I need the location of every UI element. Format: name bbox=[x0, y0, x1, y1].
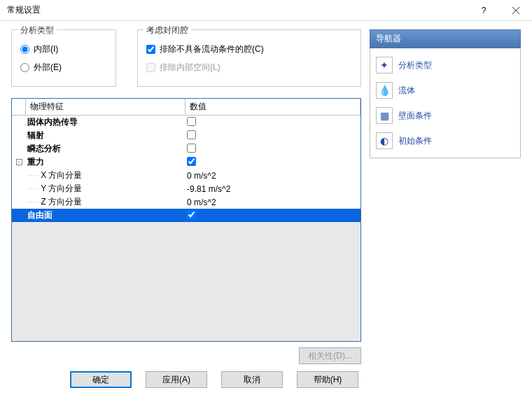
close-button[interactable] bbox=[500, 0, 532, 21]
radio-internal[interactable]: 内部(I) bbox=[20, 40, 107, 58]
nav-item-label: 初始条件 bbox=[398, 135, 432, 147]
radio-external[interactable]: 外部(E) bbox=[20, 58, 107, 76]
grid-row-checkbox[interactable] bbox=[187, 117, 196, 126]
help-button[interactable]: ? bbox=[468, 0, 500, 21]
grid-row-value: 0 m/s^2 bbox=[187, 171, 216, 181]
nav-item-icon: ▦ bbox=[376, 107, 393, 124]
radio-external-input[interactable] bbox=[20, 63, 29, 72]
window-title: 常规设置 bbox=[7, 4, 468, 16]
apply-button[interactable]: 应用(A) bbox=[146, 371, 207, 388]
navigator-panel: ✦分析类型💧流体▦壁面条件◐初始条件 bbox=[370, 48, 521, 158]
check-exclude-noflow-label: 排除不具备流动条件的腔(C) bbox=[160, 43, 264, 55]
grid-header-property: 物理特征 bbox=[26, 99, 186, 115]
grid-row-7[interactable]: 自由面 bbox=[12, 209, 360, 222]
nav-item-label: 分析类型 bbox=[398, 60, 432, 71]
check-exclude-internal: 排除内部空间(L) bbox=[146, 58, 352, 76]
grid-row-label: 重力 bbox=[27, 157, 44, 167]
grid-row-label: 固体内热传导 bbox=[27, 117, 78, 127]
nav-item-icon: ◐ bbox=[376, 132, 393, 149]
nav-item-icon: 💧 bbox=[376, 82, 393, 99]
grid-row-label: 瞬态分析 bbox=[27, 144, 61, 153]
grid-row-value: 0 m/s^2 bbox=[187, 198, 216, 207]
dependency-button: 相关性(D)... bbox=[299, 347, 361, 364]
grid-row-label: 自由面 bbox=[27, 210, 52, 220]
grid-row-label: Z 方向分量 bbox=[41, 197, 82, 207]
grid-row-checkbox[interactable] bbox=[187, 144, 196, 153]
cancel-button[interactable]: 取消 bbox=[221, 371, 283, 388]
nav-item-2[interactable]: ▦壁面条件 bbox=[373, 103, 517, 128]
navigator-header: 导航器 bbox=[370, 29, 521, 48]
grid-row-0[interactable]: 固体内热传导 bbox=[12, 116, 360, 129]
grid-row-label: 辐射 bbox=[27, 130, 44, 140]
grid-row-value: -9.81 m/s^2 bbox=[187, 184, 230, 194]
grid-row-checkbox[interactable] bbox=[187, 130, 196, 139]
property-grid[interactable]: 物理特征 数值 固体内热传导辐射瞬态分析-重力····X 方向分量0 m/s^2… bbox=[11, 98, 361, 342]
radio-internal-input[interactable] bbox=[20, 45, 29, 54]
nav-item-icon: ✦ bbox=[376, 57, 393, 74]
nav-item-label: 流体 bbox=[398, 85, 415, 97]
nav-item-label: 壁面条件 bbox=[398, 110, 432, 122]
analysis-type-group: 分析类型 内部(I) 外部(E) bbox=[11, 29, 116, 87]
grid-header-value: 数值 bbox=[186, 99, 360, 115]
grid-row-checkbox[interactable] bbox=[187, 157, 196, 166]
grid-row-4[interactable]: ····X 方向分量0 m/s^2 bbox=[12, 169, 360, 182]
check-exclude-noflow[interactable]: 排除不具备流动条件的腔(C) bbox=[146, 40, 352, 58]
tree-collapse-icon[interactable]: - bbox=[16, 159, 22, 165]
grid-row-checkbox[interactable] bbox=[187, 210, 196, 219]
radio-internal-label: 内部(I) bbox=[34, 43, 58, 55]
analysis-legend: 分析类型 bbox=[18, 25, 57, 36]
grid-row-6[interactable]: ····Z 方向分量0 m/s^2 bbox=[12, 195, 360, 209]
check-exclude-internal-input bbox=[146, 63, 155, 72]
grid-row-1[interactable]: 辐射 bbox=[12, 129, 360, 142]
nav-item-0[interactable]: ✦分析类型 bbox=[373, 53, 517, 78]
grid-row-3[interactable]: -重力 bbox=[12, 155, 360, 169]
grid-row-2[interactable]: 瞬态分析 bbox=[12, 142, 360, 155]
help-button-bottom[interactable]: 帮助(H) bbox=[297, 371, 358, 388]
radio-external-label: 外部(E) bbox=[34, 62, 62, 74]
cavity-group: 考虑封闭腔 排除不具备流动条件的腔(C) 排除内部空间(L) bbox=[137, 29, 361, 87]
cavity-legend: 考虑封闭腔 bbox=[144, 25, 191, 36]
ok-button[interactable]: 确定 bbox=[70, 371, 132, 388]
grid-row-label: X 方向分量 bbox=[41, 170, 82, 180]
grid-row-label: Y 方向分量 bbox=[41, 183, 82, 193]
grid-row-5[interactable]: ····Y 方向分量-9.81 m/s^2 bbox=[12, 182, 360, 195]
nav-item-3[interactable]: ◐初始条件 bbox=[373, 128, 517, 153]
check-exclude-internal-label: 排除内部空间(L) bbox=[160, 62, 220, 74]
nav-item-1[interactable]: 💧流体 bbox=[373, 78, 517, 103]
check-exclude-noflow-input[interactable] bbox=[146, 45, 155, 54]
